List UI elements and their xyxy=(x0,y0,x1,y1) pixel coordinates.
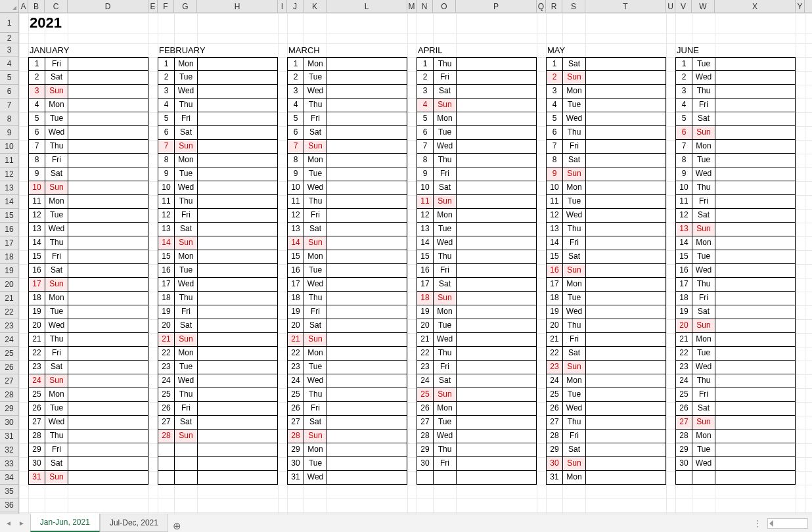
calendar-day[interactable]: 5Wed xyxy=(546,112,666,126)
day-note-cell[interactable] xyxy=(715,457,796,471)
day-note-cell[interactable] xyxy=(68,319,148,333)
calendar-day[interactable]: 27Thu xyxy=(546,416,666,430)
tab-nav-buttons[interactable]: ◄ ► xyxy=(0,520,30,527)
calendar-day[interactable]: 1Fri xyxy=(28,57,148,71)
calendar-day[interactable]: 23Wed xyxy=(675,361,796,374)
row-header[interactable]: 3 xyxy=(0,43,18,57)
calendar-day[interactable]: 26Tue xyxy=(28,402,148,416)
day-note-cell[interactable] xyxy=(715,112,796,126)
column-header[interactable]: S xyxy=(562,0,585,12)
day-note-cell[interactable] xyxy=(327,181,407,195)
day-note-cell[interactable] xyxy=(456,85,537,99)
calendar-day[interactable]: 27Sat xyxy=(287,416,407,430)
day-note-cell[interactable] xyxy=(585,181,666,195)
day-note-cell[interactable] xyxy=(327,195,407,209)
day-note-cell[interactable] xyxy=(585,154,666,167)
day-note-cell[interactable] xyxy=(456,195,537,209)
calendar-day[interactable]: 13Sat xyxy=(158,223,278,236)
calendar-day[interactable]: 18Mon xyxy=(28,292,148,305)
calendar-day[interactable]: 30Sat xyxy=(28,457,148,471)
calendar-day[interactable]: 10Wed xyxy=(287,181,407,195)
row-header[interactable]: 18 xyxy=(0,250,18,264)
day-note-cell[interactable] xyxy=(197,416,278,430)
calendar-day[interactable]: 21Thu xyxy=(28,333,148,347)
calendar-day[interactable]: 7Thu xyxy=(28,140,148,154)
day-note-cell[interactable] xyxy=(68,140,148,154)
day-note-cell[interactable] xyxy=(197,112,278,126)
day-note-cell[interactable] xyxy=(456,223,537,236)
calendar-day[interactable]: 11Thu xyxy=(287,195,407,209)
day-note-cell[interactable] xyxy=(456,292,537,305)
calendar-day[interactable]: 21Sun xyxy=(158,333,278,347)
row-header[interactable]: 2 xyxy=(0,33,18,43)
day-note-cell[interactable] xyxy=(197,319,278,333)
day-note-cell[interactable] xyxy=(327,388,407,402)
day-note-cell[interactable] xyxy=(585,416,666,430)
calendar-day[interactable]: 25Mon xyxy=(28,388,148,402)
day-note-cell[interactable] xyxy=(197,209,278,223)
day-note-cell[interactable] xyxy=(327,126,407,140)
calendar-day[interactable]: 22Fri xyxy=(28,347,148,361)
day-note-cell[interactable] xyxy=(715,278,796,292)
calendar-day[interactable]: 24Sat xyxy=(417,374,537,388)
row-header[interactable]: 22 xyxy=(0,305,18,319)
calendar-day[interactable]: 13Wed xyxy=(28,223,148,236)
calendar-day[interactable]: 15Mon xyxy=(158,250,278,264)
calendar-day[interactable]: 4Tue xyxy=(546,99,666,112)
calendar-day[interactable]: 27Tue xyxy=(417,416,537,430)
day-note-cell[interactable] xyxy=(68,430,148,443)
day-note-cell[interactable] xyxy=(585,223,666,236)
day-note-cell[interactable] xyxy=(197,195,278,209)
day-note-cell[interactable] xyxy=(715,333,796,347)
column-header[interactable]: Q xyxy=(537,0,546,12)
calendar-day[interactable]: 27Wed xyxy=(28,416,148,430)
calendar-day[interactable]: 30Wed xyxy=(675,457,796,471)
calendar-day[interactable]: 14Wed xyxy=(417,236,537,250)
calendar-day[interactable]: 16Sun xyxy=(546,264,666,278)
day-note-cell[interactable] xyxy=(715,388,796,402)
calendar-day[interactable]: 9Tue xyxy=(287,167,407,181)
day-note-cell[interactable] xyxy=(197,126,278,140)
day-note-cell[interactable] xyxy=(456,374,537,388)
calendar-day[interactable]: 16Tue xyxy=(158,264,278,278)
column-header[interactable]: X xyxy=(715,0,796,12)
day-note-cell[interactable] xyxy=(585,443,666,457)
calendar-day[interactable]: 11Fri xyxy=(675,195,796,209)
day-note-cell[interactable] xyxy=(327,374,407,388)
day-note-cell[interactable] xyxy=(456,181,537,195)
calendar-day[interactable]: 9Wed xyxy=(675,167,796,181)
day-note-cell[interactable] xyxy=(68,223,148,236)
calendar-day[interactable]: 17Wed xyxy=(287,278,407,292)
day-note-cell[interactable] xyxy=(715,167,796,181)
calendar-day[interactable] xyxy=(158,457,278,471)
calendar-day[interactable]: 24Sun xyxy=(28,374,148,388)
day-note-cell[interactable] xyxy=(327,278,407,292)
day-note-cell[interactable] xyxy=(585,278,666,292)
calendar-day[interactable] xyxy=(158,471,278,485)
calendar-day[interactable]: 14Thu xyxy=(28,236,148,250)
day-note-cell[interactable] xyxy=(68,99,148,112)
calendar-day[interactable]: 24Mon xyxy=(546,374,666,388)
day-note-cell[interactable] xyxy=(68,333,148,347)
calendar-day[interactable]: 29Thu xyxy=(417,443,537,457)
day-note-cell[interactable] xyxy=(456,319,537,333)
day-note-cell[interactable] xyxy=(456,402,537,416)
calendar-day[interactable]: 8Thu xyxy=(417,154,537,167)
tab-nav-next-icon[interactable]: ► xyxy=(18,520,25,527)
column-header[interactable]: C xyxy=(45,0,68,12)
column-header[interactable]: U xyxy=(666,0,675,12)
calendar-day[interactable]: 22Mon xyxy=(287,347,407,361)
row-header[interactable]: 6 xyxy=(0,85,18,99)
calendar-day[interactable]: 8Mon xyxy=(158,154,278,167)
calendar-day[interactable]: 7Fri xyxy=(546,140,666,154)
day-note-cell[interactable] xyxy=(68,264,148,278)
day-note-cell[interactable] xyxy=(327,236,407,250)
calendar-day[interactable]: 23Tue xyxy=(158,361,278,374)
day-note-cell[interactable] xyxy=(327,264,407,278)
column-header[interactable]: D xyxy=(68,0,148,12)
calendar-day[interactable]: 9Fri xyxy=(417,167,537,181)
day-note-cell[interactable] xyxy=(585,319,666,333)
day-note-cell[interactable] xyxy=(197,250,278,264)
calendar-day[interactable]: 17Wed xyxy=(158,278,278,292)
day-note-cell[interactable] xyxy=(68,292,148,305)
